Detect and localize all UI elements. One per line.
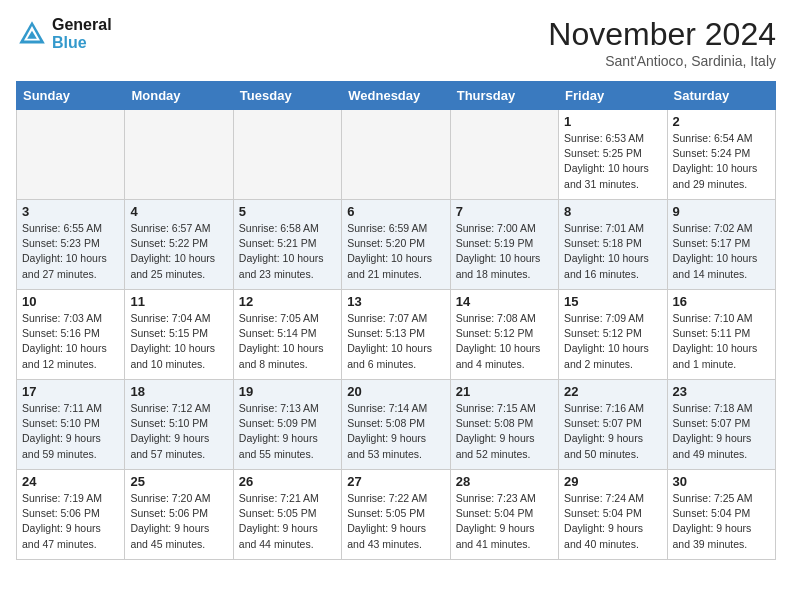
calendar-cell: 27Sunrise: 7:22 AM Sunset: 5:05 PM Dayli… — [342, 470, 450, 560]
calendar-cell: 24Sunrise: 7:19 AM Sunset: 5:06 PM Dayli… — [17, 470, 125, 560]
day-info: Sunrise: 7:00 AM Sunset: 5:19 PM Dayligh… — [456, 221, 553, 282]
calendar-cell: 20Sunrise: 7:14 AM Sunset: 5:08 PM Dayli… — [342, 380, 450, 470]
day-info: Sunrise: 7:25 AM Sunset: 5:04 PM Dayligh… — [673, 491, 770, 552]
day-number: 2 — [673, 114, 770, 129]
day-number: 16 — [673, 294, 770, 309]
weekday-header-monday: Monday — [125, 82, 233, 110]
day-info: Sunrise: 7:12 AM Sunset: 5:10 PM Dayligh… — [130, 401, 227, 462]
calendar-week-4: 17Sunrise: 7:11 AM Sunset: 5:10 PM Dayli… — [17, 380, 776, 470]
day-info: Sunrise: 6:58 AM Sunset: 5:21 PM Dayligh… — [239, 221, 336, 282]
day-number: 28 — [456, 474, 553, 489]
calendar-cell — [125, 110, 233, 200]
day-info: Sunrise: 7:21 AM Sunset: 5:05 PM Dayligh… — [239, 491, 336, 552]
calendar-cell: 11Sunrise: 7:04 AM Sunset: 5:15 PM Dayli… — [125, 290, 233, 380]
calendar-cell: 23Sunrise: 7:18 AM Sunset: 5:07 PM Dayli… — [667, 380, 775, 470]
calendar-header: SundayMondayTuesdayWednesdayThursdayFrid… — [17, 82, 776, 110]
calendar-cell: 3Sunrise: 6:55 AM Sunset: 5:23 PM Daylig… — [17, 200, 125, 290]
calendar-cell — [450, 110, 558, 200]
calendar-cell: 15Sunrise: 7:09 AM Sunset: 5:12 PM Dayli… — [559, 290, 667, 380]
logo: General Blue — [16, 16, 112, 52]
weekday-header-thursday: Thursday — [450, 82, 558, 110]
day-info: Sunrise: 7:14 AM Sunset: 5:08 PM Dayligh… — [347, 401, 444, 462]
calendar-cell: 17Sunrise: 7:11 AM Sunset: 5:10 PM Dayli… — [17, 380, 125, 470]
calendar-cell: 7Sunrise: 7:00 AM Sunset: 5:19 PM Daylig… — [450, 200, 558, 290]
calendar-body: 1Sunrise: 6:53 AM Sunset: 5:25 PM Daylig… — [17, 110, 776, 560]
day-info: Sunrise: 7:10 AM Sunset: 5:11 PM Dayligh… — [673, 311, 770, 372]
day-number: 7 — [456, 204, 553, 219]
day-info: Sunrise: 7:22 AM Sunset: 5:05 PM Dayligh… — [347, 491, 444, 552]
day-number: 8 — [564, 204, 661, 219]
day-number: 18 — [130, 384, 227, 399]
calendar-cell: 12Sunrise: 7:05 AM Sunset: 5:14 PM Dayli… — [233, 290, 341, 380]
day-info: Sunrise: 7:20 AM Sunset: 5:06 PM Dayligh… — [130, 491, 227, 552]
day-number: 24 — [22, 474, 119, 489]
day-info: Sunrise: 6:55 AM Sunset: 5:23 PM Dayligh… — [22, 221, 119, 282]
day-number: 27 — [347, 474, 444, 489]
day-number: 29 — [564, 474, 661, 489]
calendar-week-2: 3Sunrise: 6:55 AM Sunset: 5:23 PM Daylig… — [17, 200, 776, 290]
calendar-cell: 2Sunrise: 6:54 AM Sunset: 5:24 PM Daylig… — [667, 110, 775, 200]
day-info: Sunrise: 7:08 AM Sunset: 5:12 PM Dayligh… — [456, 311, 553, 372]
day-number: 25 — [130, 474, 227, 489]
day-number: 13 — [347, 294, 444, 309]
calendar-cell — [342, 110, 450, 200]
day-info: Sunrise: 7:23 AM Sunset: 5:04 PM Dayligh… — [456, 491, 553, 552]
day-info: Sunrise: 7:15 AM Sunset: 5:08 PM Dayligh… — [456, 401, 553, 462]
calendar-cell: 1Sunrise: 6:53 AM Sunset: 5:25 PM Daylig… — [559, 110, 667, 200]
calendar-cell: 28Sunrise: 7:23 AM Sunset: 5:04 PM Dayli… — [450, 470, 558, 560]
calendar-cell: 19Sunrise: 7:13 AM Sunset: 5:09 PM Dayli… — [233, 380, 341, 470]
calendar-cell — [17, 110, 125, 200]
weekday-header-tuesday: Tuesday — [233, 82, 341, 110]
weekday-header-saturday: Saturday — [667, 82, 775, 110]
day-number: 3 — [22, 204, 119, 219]
day-number: 17 — [22, 384, 119, 399]
calendar-week-1: 1Sunrise: 6:53 AM Sunset: 5:25 PM Daylig… — [17, 110, 776, 200]
logo-text: General Blue — [52, 16, 112, 52]
weekday-header-wednesday: Wednesday — [342, 82, 450, 110]
day-info: Sunrise: 7:04 AM Sunset: 5:15 PM Dayligh… — [130, 311, 227, 372]
page-header: General Blue November 2024 Sant'Antioco,… — [16, 16, 776, 69]
weekday-header-friday: Friday — [559, 82, 667, 110]
month-title: November 2024 — [548, 16, 776, 53]
calendar-cell: 8Sunrise: 7:01 AM Sunset: 5:18 PM Daylig… — [559, 200, 667, 290]
calendar-cell: 6Sunrise: 6:59 AM Sunset: 5:20 PM Daylig… — [342, 200, 450, 290]
calendar-cell: 29Sunrise: 7:24 AM Sunset: 5:04 PM Dayli… — [559, 470, 667, 560]
calendar-cell: 22Sunrise: 7:16 AM Sunset: 5:07 PM Dayli… — [559, 380, 667, 470]
day-info: Sunrise: 7:05 AM Sunset: 5:14 PM Dayligh… — [239, 311, 336, 372]
calendar-cell: 5Sunrise: 6:58 AM Sunset: 5:21 PM Daylig… — [233, 200, 341, 290]
day-info: Sunrise: 7:11 AM Sunset: 5:10 PM Dayligh… — [22, 401, 119, 462]
day-info: Sunrise: 7:02 AM Sunset: 5:17 PM Dayligh… — [673, 221, 770, 282]
day-info: Sunrise: 7:09 AM Sunset: 5:12 PM Dayligh… — [564, 311, 661, 372]
day-number: 5 — [239, 204, 336, 219]
day-info: Sunrise: 7:18 AM Sunset: 5:07 PM Dayligh… — [673, 401, 770, 462]
day-info: Sunrise: 6:54 AM Sunset: 5:24 PM Dayligh… — [673, 131, 770, 192]
weekday-header-row: SundayMondayTuesdayWednesdayThursdayFrid… — [17, 82, 776, 110]
calendar-cell: 9Sunrise: 7:02 AM Sunset: 5:17 PM Daylig… — [667, 200, 775, 290]
day-number: 22 — [564, 384, 661, 399]
calendar-cell: 25Sunrise: 7:20 AM Sunset: 5:06 PM Dayli… — [125, 470, 233, 560]
calendar-cell: 18Sunrise: 7:12 AM Sunset: 5:10 PM Dayli… — [125, 380, 233, 470]
calendar-cell: 26Sunrise: 7:21 AM Sunset: 5:05 PM Dayli… — [233, 470, 341, 560]
location-text: Sant'Antioco, Sardinia, Italy — [548, 53, 776, 69]
day-number: 11 — [130, 294, 227, 309]
day-number: 23 — [673, 384, 770, 399]
day-number: 10 — [22, 294, 119, 309]
day-info: Sunrise: 7:24 AM Sunset: 5:04 PM Dayligh… — [564, 491, 661, 552]
calendar-week-3: 10Sunrise: 7:03 AM Sunset: 5:16 PM Dayli… — [17, 290, 776, 380]
day-number: 30 — [673, 474, 770, 489]
day-number: 4 — [130, 204, 227, 219]
day-number: 20 — [347, 384, 444, 399]
calendar-cell: 13Sunrise: 7:07 AM Sunset: 5:13 PM Dayli… — [342, 290, 450, 380]
calendar-cell: 30Sunrise: 7:25 AM Sunset: 5:04 PM Dayli… — [667, 470, 775, 560]
day-number: 9 — [673, 204, 770, 219]
day-info: Sunrise: 7:03 AM Sunset: 5:16 PM Dayligh… — [22, 311, 119, 372]
logo-icon — [16, 18, 48, 50]
day-number: 12 — [239, 294, 336, 309]
day-number: 6 — [347, 204, 444, 219]
day-number: 21 — [456, 384, 553, 399]
calendar-cell: 14Sunrise: 7:08 AM Sunset: 5:12 PM Dayli… — [450, 290, 558, 380]
day-number: 26 — [239, 474, 336, 489]
day-info: Sunrise: 6:57 AM Sunset: 5:22 PM Dayligh… — [130, 221, 227, 282]
calendar-week-5: 24Sunrise: 7:19 AM Sunset: 5:06 PM Dayli… — [17, 470, 776, 560]
title-block: November 2024 Sant'Antioco, Sardinia, It… — [548, 16, 776, 69]
